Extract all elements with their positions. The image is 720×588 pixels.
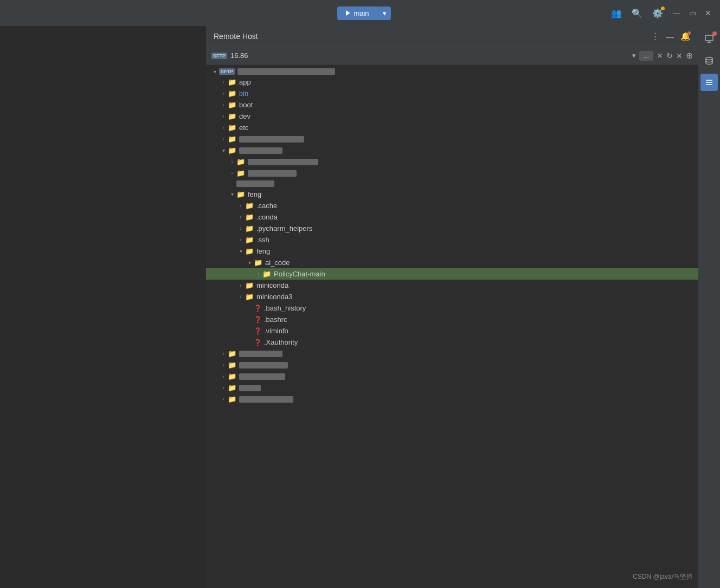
run-dropdown-button[interactable]: ▾ bbox=[378, 7, 391, 20]
panel-minimize-icon[interactable]: — bbox=[666, 32, 674, 41]
tree-root[interactable]: SFTP bbox=[206, 67, 698, 76]
folder-chevron-icon bbox=[228, 191, 236, 197]
item-label bbox=[239, 136, 304, 143]
panel-menu-icon[interactable]: ⋮ bbox=[651, 31, 659, 41]
list-item[interactable]: 📁 .cache bbox=[206, 200, 698, 211]
folder-icon: 📁 bbox=[236, 169, 245, 177]
folder-chevron-icon bbox=[228, 170, 236, 176]
minimize-button[interactable]: — bbox=[673, 9, 680, 17]
item-label: miniconda bbox=[256, 281, 288, 289]
list-item[interactable]: 📁 bbox=[206, 382, 698, 393]
folder-icon: 📁 bbox=[245, 281, 254, 289]
folder-chevron-icon bbox=[254, 271, 262, 277]
item-label: app bbox=[239, 78, 251, 86]
list-item[interactable]: ❓ .Xauthority bbox=[206, 337, 698, 348]
list-item[interactable]: 📁 .pycharm_helpers bbox=[206, 223, 698, 234]
item-label: miniconda3 bbox=[256, 293, 293, 301]
list-item[interactable]: 📁 bbox=[206, 359, 698, 371]
titlebar-actions: 👥 🔍 ⚙️ — ▭ ✕ bbox=[611, 8, 711, 18]
panel-title: Remote Host bbox=[214, 32, 258, 41]
file-icon: ❓ bbox=[254, 339, 261, 346]
list-item[interactable] bbox=[206, 179, 698, 189]
file-tree: SFTP 📁 app 📁 bin 📁 boo bbox=[206, 64, 698, 588]
list-item[interactable]: ❓ .bashrc bbox=[206, 314, 698, 325]
list-item[interactable]: 📁 ai_code bbox=[206, 257, 698, 268]
panel-header: Remote Host ⋮ — 🔔 bbox=[206, 26, 698, 47]
list-item[interactable]: 📁 bbox=[206, 167, 698, 179]
remote-host-sidebar-icon[interactable] bbox=[700, 30, 718, 48]
item-label: ai_code bbox=[265, 259, 290, 267]
folder-chevron-icon bbox=[219, 79, 228, 85]
item-label: .conda bbox=[256, 213, 278, 221]
notification-badge bbox=[712, 31, 717, 36]
item-label: .Xauthority bbox=[264, 338, 298, 346]
file-icon: ❓ bbox=[254, 316, 261, 324]
list-item[interactable]: 📁 .ssh bbox=[206, 234, 698, 245]
database-sidebar-icon[interactable] bbox=[700, 52, 718, 69]
file-icon: ❓ bbox=[254, 327, 261, 335]
list-item[interactable]: 📁 boot bbox=[206, 99, 698, 111]
folder-icon: 📁 bbox=[228, 372, 236, 380]
folder-icon: 📁 bbox=[228, 124, 236, 132]
list-item[interactable]: ❓ .bash_history bbox=[206, 302, 698, 314]
notification-icon[interactable]: 🔔 bbox=[680, 31, 691, 41]
folder-icon: 📁 bbox=[245, 236, 254, 244]
item-label: .bash_history bbox=[264, 304, 306, 312]
left-sidebar bbox=[0, 26, 206, 588]
dots-button[interactable]: ... bbox=[639, 51, 653, 61]
list-item[interactable]: 📁 bbox=[206, 145, 698, 156]
svg-point-3 bbox=[706, 57, 712, 60]
folder-icon: 📁 bbox=[228, 395, 236, 403]
run-button[interactable]: main bbox=[337, 7, 377, 20]
file-list-sidebar-icon[interactable] bbox=[700, 74, 718, 91]
add-user-icon[interactable]: 👥 bbox=[611, 8, 622, 18]
conn-close-icon[interactable]: ✕ bbox=[657, 51, 663, 60]
list-item[interactable]: 📁 bbox=[206, 371, 698, 382]
item-label: .viminfo bbox=[264, 327, 288, 335]
folder-chevron-icon bbox=[228, 159, 236, 165]
list-item[interactable]: 📁 etc bbox=[206, 122, 698, 133]
folder-chevron-icon bbox=[236, 225, 245, 231]
maximize-button[interactable]: ▭ bbox=[689, 9, 696, 17]
item-label bbox=[248, 159, 318, 165]
folder-icon: 📁 bbox=[245, 247, 254, 255]
list-item[interactable]: 📁 bbox=[206, 348, 698, 359]
dropdown-chevron-icon: ▾ bbox=[383, 9, 387, 17]
folder-icon: 📁 bbox=[228, 146, 236, 154]
folder-icon: 📁 bbox=[245, 202, 254, 210]
folder-chevron-icon bbox=[236, 214, 245, 220]
list-item[interactable]: 📁 miniconda bbox=[206, 280, 698, 291]
close-button[interactable]: ✕ bbox=[705, 9, 711, 17]
list-item[interactable]: 📁 dev bbox=[206, 111, 698, 122]
folder-chevron-icon bbox=[245, 260, 254, 266]
folder-icon: 📁 bbox=[228, 78, 236, 86]
main-content: Remote Host ⋮ — 🔔 SFTP 16.86 ▾ ... ✕ ↻ ✕… bbox=[0, 26, 720, 588]
settings-icon[interactable]: ⚙️ bbox=[652, 8, 663, 18]
conn-refresh-icon[interactable]: ↻ bbox=[666, 51, 673, 60]
item-label: PolicyChat-main bbox=[274, 270, 325, 278]
list-item[interactable]: 📁 feng bbox=[206, 245, 698, 257]
folder-chevron-icon bbox=[236, 282, 245, 288]
search-icon[interactable]: 🔍 bbox=[632, 8, 642, 18]
conn-disconnect-icon[interactable]: ✕ bbox=[676, 51, 683, 60]
list-item[interactable]: 📁 PolicyChat-main bbox=[206, 268, 698, 280]
dropdown-arrow-icon[interactable]: ▾ bbox=[632, 51, 636, 60]
item-label bbox=[239, 351, 282, 357]
list-item[interactable]: 📁 miniconda3 bbox=[206, 291, 698, 302]
folder-icon: 📁 bbox=[228, 135, 236, 143]
list-item[interactable]: 📁 feng bbox=[206, 189, 698, 200]
win-controls: — ▭ ✕ bbox=[673, 9, 711, 17]
list-item[interactable]: 📁 .conda bbox=[206, 211, 698, 223]
folder-icon: 📁 bbox=[262, 270, 271, 278]
list-item[interactable]: 📁 bin bbox=[206, 88, 698, 99]
folder-icon: 📁 bbox=[245, 224, 254, 232]
item-label: dev bbox=[239, 112, 250, 120]
list-item[interactable]: 📁 bbox=[206, 156, 698, 167]
conn-upload-icon[interactable]: ⊕ bbox=[686, 50, 693, 61]
list-item[interactable]: 📁 app bbox=[206, 76, 698, 88]
list-item[interactable]: ❓ .viminfo bbox=[206, 325, 698, 337]
titlebar: main ▾ 👥 🔍 ⚙️ — ▭ ✕ bbox=[0, 0, 720, 26]
list-item[interactable]: 📁 bbox=[206, 133, 698, 145]
root-label bbox=[237, 68, 335, 75]
list-item[interactable]: 📁 bbox=[206, 393, 698, 405]
